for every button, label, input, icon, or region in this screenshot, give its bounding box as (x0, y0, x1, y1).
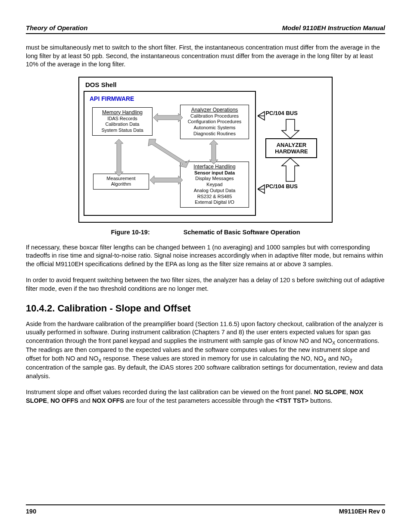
svg-marker-0 (153, 113, 183, 122)
sub-2: 2 (349, 358, 352, 363)
svg-marker-3 (150, 176, 183, 184)
memory-l3: System Status Data (95, 128, 149, 134)
page: Theory of Operation Model 9110EH Instruc… (0, 0, 411, 532)
header-right: Model 9110EH Instruction Manual (282, 24, 385, 31)
paragraph-4: Aside from the hardware calibration of t… (26, 320, 385, 381)
svg-marker-5 (282, 119, 299, 138)
analyzer-hw-l2: HARDWARE (275, 148, 308, 155)
memory-l2: Calibration Data (95, 121, 149, 128)
page-header: Theory of Operation Model 9110EH Instruc… (26, 24, 385, 34)
analyzer-hardware-box: ANALYZER HARDWARE (265, 138, 317, 158)
analyzer-ops-title: Analyzer Operations (183, 107, 246, 113)
analyzer-ops-l1: Calibration Procedures (183, 113, 246, 119)
section-heading: 10.4.2. Calibration - Slope and Offset (26, 303, 385, 314)
interface-l4: RS232 & RS485 (183, 194, 246, 200)
interface-title: Interface Handling (183, 164, 246, 170)
measurement-algorithm-node: Measurement Algorithm (93, 174, 149, 190)
caption-number: Figure 10-19: (111, 229, 149, 236)
svg-marker-2 (209, 140, 218, 164)
p5-s1: , (346, 389, 350, 395)
paragraph-1: must be simultaneously met to switch to … (26, 44, 385, 69)
interface-l2: Keypad (183, 182, 246, 188)
memory-handling-node: Memory Handling IDAS Records Calibration… (92, 107, 153, 136)
analyzer-hw-l1: ANALYZER (277, 142, 307, 148)
figure-caption: Figure 10-19: Schematic of Basic Softwar… (26, 229, 385, 236)
caption-text: Schematic of Basic Software Operation (184, 229, 300, 236)
paragraph-5: Instrument slope and offset values recor… (26, 388, 385, 405)
p5-b3: NO OFFS (50, 397, 78, 404)
p5-s3: and (78, 397, 92, 404)
svg-marker-8 (258, 185, 265, 193)
header-left: Theory of Operation (26, 24, 87, 31)
interface-l1: Display Messages (183, 176, 246, 182)
interface-b1: Sensor input Data (183, 170, 246, 176)
p5-s4: are four of the test parameters accessib… (124, 397, 276, 404)
right-column: PC/104 BUS ANALYZER HARDWARE PC/104 BUS (258, 91, 322, 216)
p5-pre: Instrument slope and offset values recor… (26, 389, 314, 395)
analyzer-ops-l4: Diagnostic Routines (183, 131, 246, 137)
software-schematic-diagram: DOS Shell API FIRMWARE Memory Handling I… (78, 77, 333, 223)
p4-mid2: response. These values are stored in mem… (101, 355, 323, 362)
figure-container: DOS Shell API FIRMWARE Memory Handling I… (26, 77, 385, 223)
p5-s2: , (47, 397, 50, 404)
svg-marker-1 (115, 139, 123, 176)
dos-shell-label: DOS Shell (85, 81, 327, 88)
api-firmware-label: API FIRMWARE (90, 95, 251, 102)
interface-l3: Analog Output Data (183, 188, 246, 194)
bus-label-bottom: PC/104 BUS (265, 183, 297, 190)
analyzer-ops-l2: Configuration Procedures (183, 119, 246, 125)
p4-mid3: and NO (326, 355, 349, 362)
p4-pre: Aside from the hardware calibration of t… (26, 320, 383, 344)
paragraph-2: If necessary, these boxcar filter length… (26, 243, 385, 269)
page-footer: 190 M9110EH Rev 0 (26, 504, 385, 515)
measurement-l1: Measurement (96, 176, 146, 182)
p5-b1: NO SLOPE (314, 389, 346, 395)
svg-marker-6 (282, 158, 299, 181)
p4-end: concentration of the sample gas. By defa… (26, 364, 383, 380)
measurement-l2: Algorithm (96, 181, 146, 187)
footer-page-number: 190 (26, 508, 36, 515)
p5-b5: <TST TST> (276, 397, 308, 404)
memory-l1: IDAS Records (95, 116, 149, 122)
paragraph-3: In order to avoid frequent switching bet… (26, 276, 385, 293)
interface-l5: External Digital I/O (183, 199, 246, 205)
svg-marker-7 (258, 112, 265, 120)
footer-revision: M9110EH Rev 0 (339, 508, 385, 515)
memory-title: Memory Handling (95, 109, 149, 116)
p5-s5: buttons. (308, 397, 333, 404)
p5-b4: NOX OFFS (92, 397, 124, 404)
api-firmware-box: API FIRMWARE Memory Handling IDAS Record… (84, 91, 256, 216)
analyzer-ops-l3: Autonomic Systems (183, 125, 246, 131)
analyzer-operations-node: Analyzer Operations Calibration Procedur… (180, 105, 249, 139)
interface-handling-node: Interface Handling Sensor input Data Dis… (180, 162, 249, 208)
bus-label-top: PC/104 BUS (265, 110, 297, 116)
